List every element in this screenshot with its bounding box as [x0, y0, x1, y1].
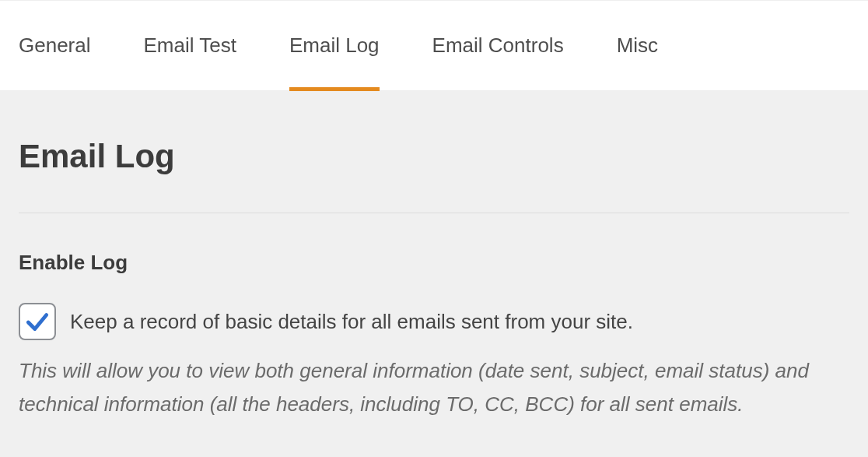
tab-label: General [19, 33, 91, 57]
email-log-panel: Email Log Enable Log Keep a record of ba… [0, 91, 868, 457]
enable-log-checkbox[interactable] [19, 303, 56, 340]
enable-log-help-text: This will allow you to view both general… [19, 354, 849, 421]
tab-label: Email Test [144, 33, 236, 57]
tab-email-controls[interactable]: Email Controls [432, 0, 564, 91]
tab-label: Misc [617, 33, 658, 57]
enable-log-row: Keep a record of basic details for all e… [19, 303, 849, 340]
tab-label: Email Log [289, 33, 380, 57]
settings-tabs: General Email Test Email Log Email Contr… [0, 0, 868, 91]
tab-label: Email Controls [432, 33, 564, 57]
page-title: Email Log [19, 138, 849, 175]
tab-misc[interactable]: Misc [617, 0, 658, 91]
tab-general[interactable]: General [19, 0, 91, 91]
tab-email-log[interactable]: Email Log [289, 0, 380, 91]
enable-log-label: Enable Log [19, 251, 849, 275]
check-icon [24, 308, 51, 335]
divider [19, 213, 849, 213]
enable-log-checkbox-text: Keep a record of basic details for all e… [70, 310, 633, 334]
tab-email-test[interactable]: Email Test [144, 0, 236, 91]
